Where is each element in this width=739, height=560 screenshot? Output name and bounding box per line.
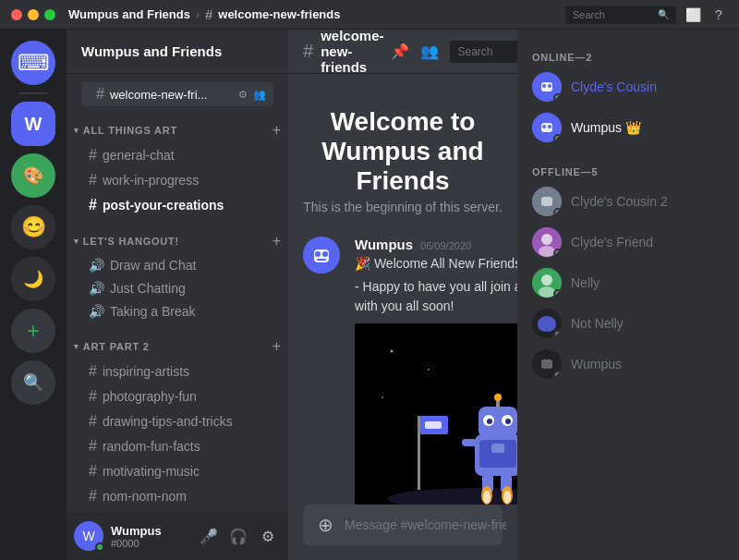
discord-logo-icon: ⌨ — [18, 50, 50, 76]
online-status-wumpus — [553, 134, 562, 142]
channel-item-draw[interactable]: 🔊 Draw and Chat — [74, 254, 281, 276]
user-settings-button[interactable]: ⚙ — [255, 523, 281, 549]
hash-icon: # — [89, 172, 97, 189]
maximize-button[interactable] — [44, 9, 55, 20]
offline-section-header: OFFLINE—5 — [525, 159, 732, 181]
channel-members-icon[interactable]: 👥 — [253, 89, 266, 101]
channel-item-break[interactable]: 🔊 Taking a Break — [74, 300, 281, 323]
channel-name-general: general-chat — [103, 148, 175, 163]
message-group: Wumpus 06/09/2020 🎉 Welcome All New Frie… — [303, 237, 503, 505]
close-button[interactable] — [11, 9, 22, 20]
category-text-art: ALL THINGS ART — [83, 125, 177, 136]
pin-icon[interactable]: 📌 — [391, 43, 409, 60]
mute-microphone-button[interactable]: 🎤 — [196, 523, 222, 549]
channel-search-field[interactable] — [457, 45, 517, 58]
channel-name: # welcome-new-friends — [205, 6, 341, 22]
server-icon-4[interactable]: 🌙 — [11, 257, 55, 301]
channel-name-drawing: drawing-tips-and-tricks — [103, 414, 233, 429]
title-bar-right: Search 🔍 ⬜ ? — [565, 6, 728, 24]
member-item-wumpus-offline[interactable]: Wumpus — [525, 344, 732, 384]
category-all-things-art: ▾ ALL THINGS ART + — [67, 107, 288, 142]
svg-point-27 — [503, 491, 511, 504]
svg-point-3 — [322, 251, 328, 257]
channel-name-inspiring: inspiring-artists — [103, 364, 189, 379]
svg-point-41 — [548, 125, 551, 128]
svg-point-32 — [382, 396, 383, 398]
server-initial-4: 🌙 — [23, 269, 43, 289]
channel-name-facts: random-fun-facts — [103, 439, 200, 454]
category-label-hangout[interactable]: ▾ LET'S HANGOUT! — [74, 236, 179, 247]
title-search-label: Search — [573, 9, 605, 20]
member-item-cc2[interactable]: Clyde's Cousin 2 — [525, 181, 732, 222]
add-server-button[interactable]: + — [11, 309, 55, 353]
channel-item-music[interactable]: # motivating-music — [74, 459, 281, 483]
messages-area[interactable]: Welcome to Wumpus and Friends This is th… — [288, 74, 517, 505]
member-avatar-cc2 — [532, 187, 562, 216]
minimize-button[interactable] — [28, 9, 39, 20]
current-user-avatar: W — [74, 521, 103, 551]
member-item-wumpus[interactable]: Wumpus 👑 — [525, 107, 732, 148]
welcome-title: Welcome to Wumpus and Friends — [303, 107, 503, 196]
deafen-button[interactable]: 🎧 — [225, 523, 251, 549]
category-art-part-2: ▾ ART PART 2 + — [67, 323, 288, 359]
category-label-art[interactable]: ▾ ALL THINGS ART — [74, 125, 177, 136]
svg-point-40 — [542, 125, 546, 128]
channel-search-input[interactable] — [450, 41, 517, 63]
server-icon-wumpus[interactable]: W — [11, 102, 55, 146]
welcome-subtitle: This is the beginning of this server. — [303, 200, 503, 214]
svg-point-45 — [541, 234, 552, 245]
channel-item-photo[interactable]: # photography-fun — [74, 384, 281, 408]
add-attachment-button[interactable]: ⊕ — [318, 514, 333, 536]
explore-servers-button[interactable]: 🔍 — [11, 360, 55, 405]
channel-item-creations[interactable]: # post-your-creations — [74, 193, 281, 217]
member-item-clydes-cousin[interactable]: Clyde's Cousin — [525, 67, 732, 107]
sidebar-server-name: Wumpus and Friends — [81, 43, 222, 59]
channel-item-welcome[interactable]: # welcome-new-fri... ⚙ 👥 — [81, 82, 273, 106]
user-panel-actions: 🎤 🎧 ⚙ — [196, 523, 281, 549]
channel-item-drawing-tips[interactable]: # drawing-tips-and-tricks — [74, 409, 281, 433]
add-channel-art2-icon[interactable]: + — [273, 338, 281, 355]
user-panel: W Wumpus #0000 🎤 🎧 ⚙ — [67, 512, 288, 560]
title-search-bar[interactable]: Search 🔍 — [565, 6, 676, 24]
channel-item-general-chat[interactable]: # general-chat — [74, 143, 281, 167]
message-text-input[interactable] — [345, 517, 506, 532]
channel-item-nom[interactable]: # nom-nom-nom — [74, 484, 281, 508]
server-name-label: Wumpus and Friends — [68, 7, 190, 21]
members-icon[interactable]: 👥 — [420, 43, 439, 60]
offline-status-nn — [553, 330, 562, 338]
screen-share-icon[interactable]: ⬜ — [684, 6, 702, 24]
channel-item-inspiring[interactable]: # inspiring-artists — [74, 359, 281, 383]
member-name-cc: Clyde's Cousin — [571, 79, 657, 94]
svg-point-19 — [494, 394, 502, 401]
add-channel-icon[interactable]: + — [273, 122, 281, 139]
channel-item-just-chatting[interactable]: 🔊 Just Chatting — [74, 277, 281, 299]
title-bar: Wumpus and Friends › # welcome-new-frien… — [0, 0, 739, 30]
channel-name-just-chatting: Just Chatting — [110, 281, 186, 296]
discord-home-button[interactable]: ⌨ — [11, 41, 55, 85]
channel-item-wip[interactable]: # work-in-progress — [74, 168, 281, 192]
server-icon-3[interactable]: 😊 — [11, 205, 55, 250]
hash-icon: # — [89, 438, 97, 455]
member-item-clydes-friend[interactable]: Clyde's Friend — [525, 222, 732, 262]
channel-item-fun-facts[interactable]: # random-fun-facts — [74, 434, 281, 458]
member-item-nelly[interactable]: Nelly — [525, 262, 732, 303]
current-user-name: Wumpus — [111, 524, 188, 538]
member-item-not-nelly[interactable]: Not Nelly — [525, 303, 732, 344]
server-icon-2[interactable]: 🎨 — [11, 153, 55, 198]
add-channel-hangout-icon[interactable]: + — [273, 233, 281, 250]
svg-point-2 — [315, 251, 321, 257]
svg-rect-20 — [462, 439, 477, 446]
member-name-wumpus-off: Wumpus — [571, 357, 622, 371]
server-header[interactable]: Wumpus and Friends — [67, 30, 288, 74]
channel-name-photo: photography-fun — [103, 389, 197, 404]
svg-point-37 — [548, 84, 551, 88]
help-icon[interactable]: ? — [709, 6, 728, 24]
member-name-cc2: Clyde's Cousin 2 — [571, 194, 668, 209]
main-layout: ⌨ W 🎨 😊 🌙 + 🔍 Wumpus and Friends — [0, 30, 739, 560]
online-section-header: ONLINE—2 — [525, 44, 732, 67]
member-name-wumpus-online: Wumpus 👑 — [571, 120, 641, 135]
channel-settings-icon[interactable]: ⚙ — [238, 89, 248, 101]
category-label-art2[interactable]: ▾ ART PART 2 — [74, 341, 150, 352]
hash-icon: # — [89, 363, 97, 380]
online-status-dot — [95, 542, 104, 552]
